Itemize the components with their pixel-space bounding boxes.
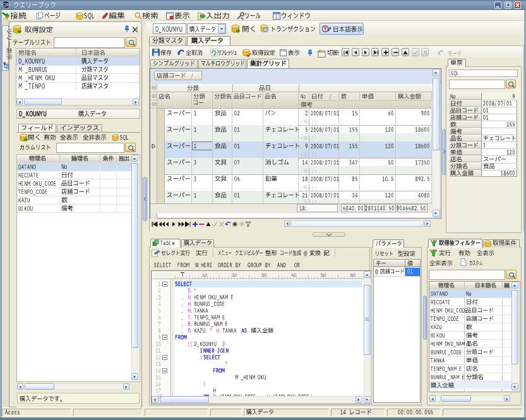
svg-text:QB: QB xyxy=(3,2,10,8)
svg-text:40: 40 xyxy=(291,272,296,278)
svg-text:20: 20 xyxy=(232,272,237,278)
svg-text:60: 60 xyxy=(350,272,356,278)
svg-text:10: 10 xyxy=(202,272,207,278)
svg-text:30: 30 xyxy=(261,272,266,278)
svg-text:50: 50 xyxy=(321,272,326,278)
